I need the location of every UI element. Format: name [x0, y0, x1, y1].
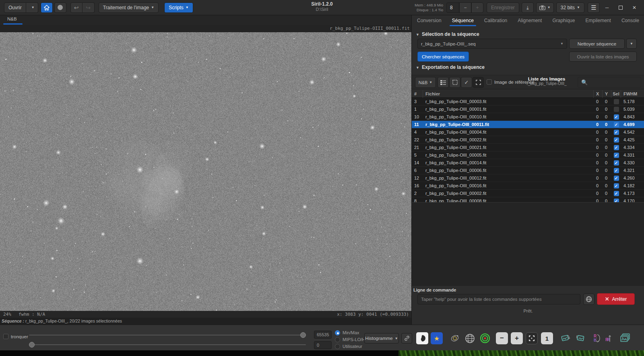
hi-value-field[interactable]: 65535 — [314, 331, 332, 339]
radio-mips[interactable]: MIPS-LO/HI — [335, 337, 366, 342]
header-sel[interactable]: Sel — [611, 90, 621, 98]
table-row[interactable]: 1r_bkg_pp_Tulipe-OIII_00001.fit005.039 — [412, 106, 644, 113]
tab-graph[interactable]: Graphique — [551, 17, 576, 25]
open-image-list-button[interactable]: Ouvrir la liste des images — [569, 52, 637, 62]
tab-conversion[interactable]: Conversion — [416, 17, 442, 25]
header-fwhm[interactable]: FWHM — [621, 90, 644, 98]
photometry-button[interactable] — [479, 332, 491, 344]
zoom-out-button[interactable]: − — [496, 332, 508, 344]
table-row[interactable]: 3r_bkg_pp_Tulipe-OIII_00003.fit005.178 — [412, 98, 644, 106]
image-index-spinner[interactable]: 8 — [446, 2, 459, 13]
redo-button[interactable]: ↪ — [83, 2, 95, 13]
lo-cutoff-slider[interactable] — [29, 342, 306, 348]
table-row[interactable]: 10r_bkg_pp_Tulipe-OIII_00010.fit00✓4.843 — [412, 113, 644, 121]
row-select-checkbox[interactable]: ✓ — [611, 176, 621, 181]
tab-sequence[interactable]: Séquence — [451, 17, 475, 25]
row-select-checkbox[interactable]: ✓ — [611, 153, 621, 158]
lo-value-field[interactable]: 0 — [314, 341, 332, 349]
list-view-button[interactable] — [438, 77, 449, 88]
select-all-button[interactable]: ✓ — [461, 77, 472, 88]
table-row[interactable]: 21r_bkg_pp_Tulipe-OIII_00021.fit00✓4.334 — [412, 144, 644, 151]
command-help-button[interactable] — [583, 294, 594, 305]
row-select-checkbox[interactable]: ✓ — [611, 130, 621, 135]
table-row[interactable]: 6r_bkg_pp_Tulipe-OIII_00006.fit00✓4.321 — [412, 167, 644, 174]
header-y[interactable]: Y — [603, 90, 611, 98]
bit-depth-selector[interactable]: 32 bits▼ — [556, 2, 584, 13]
tab-console[interactable]: Console — [621, 17, 640, 25]
tab-alignment[interactable]: Alignement — [517, 17, 543, 25]
annotations-button[interactable]: ★ — [431, 332, 443, 344]
command-input[interactable] — [417, 294, 580, 304]
table-row[interactable]: 4r_bkg_pp_Tulipe-OIII_00004.fit00✓4.542 — [412, 128, 644, 136]
tab-stacking[interactable]: Empilement — [584, 17, 611, 25]
object-annotations-button[interactable] — [449, 332, 461, 344]
table-row[interactable]: 8r_bkg_pp_Tulipe-OIII_00008.fit00✓4.170 — [412, 197, 644, 202]
row-select-checkbox[interactable]: ✓ — [611, 168, 621, 173]
truncate-checkbox[interactable]: tronquer — [3, 334, 28, 339]
negative-view-button[interactable] — [416, 332, 428, 344]
record-button[interactable] — [54, 2, 66, 13]
sequence-selection-expander[interactable]: ▼Sélection de la séquence — [416, 31, 479, 37]
table-row[interactable]: 5r_bkg_pp_Tulipe-OIII_00005.fit00✓4.331 — [412, 151, 644, 159]
search-input[interactable]: 🔍 — [578, 77, 641, 88]
spinner-decrement-button[interactable]: − — [459, 2, 471, 13]
scripts-menu-button[interactable]: Scripts▼ — [164, 2, 193, 13]
row-select-checkbox[interactable]: ✓ — [611, 122, 621, 127]
open-button[interactable]: Ouvrir — [4, 2, 26, 13]
select-area-button[interactable] — [449, 77, 460, 88]
flip-horizontal-button[interactable]: RR — [604, 332, 616, 344]
row-select-checkbox[interactable] — [611, 107, 621, 112]
close-button[interactable]: ✕ — [628, 2, 641, 13]
row-select-checkbox[interactable]: ✓ — [611, 160, 621, 166]
search-sequences-button[interactable]: Chercher séquences — [417, 52, 469, 62]
row-select-checkbox[interactable]: ✓ — [611, 199, 621, 203]
row-select-checkbox[interactable]: ✓ — [611, 145, 621, 150]
wcs-grid-button[interactable] — [464, 332, 476, 344]
row-select-checkbox[interactable] — [611, 99, 621, 104]
clean-sequence-button[interactable]: Nettoyer séquence — [569, 39, 625, 49]
radio-minmax[interactable]: Min/Max — [335, 330, 359, 335]
slider-handle[interactable] — [300, 332, 306, 338]
display-mode-selector[interactable]: Histogramme ▼ — [364, 333, 399, 344]
sequence-combobox[interactable]: r_bkg_pp_Tulipe-OIII_.seq ▼ — [417, 39, 567, 49]
hi-cutoff-slider[interactable] — [29, 332, 306, 338]
zoom-one-to-one-button[interactable]: 1 — [541, 332, 553, 344]
row-select-checkbox[interactable]: ✓ — [611, 114, 621, 120]
undo-button[interactable]: ↩ — [70, 2, 83, 13]
zoom-in-button[interactable]: + — [511, 332, 523, 344]
minimize-button[interactable]: ─ — [601, 2, 613, 13]
radio-user[interactable]: Utilisateur — [335, 344, 362, 349]
spinner-increment-button[interactable]: + — [471, 2, 483, 13]
header-x[interactable]: X — [594, 90, 603, 98]
table-row[interactable]: 12r_bkg_pp_Tulipe-OIII_00012.fit00✓4.260 — [412, 174, 644, 182]
row-select-checkbox[interactable]: ✓ — [611, 191, 621, 196]
table-row[interactable]: 16r_bkg_pp_Tulipe-OIII_00016.fit00✓4.182 — [412, 182, 644, 190]
image-processing-menu-button[interactable]: Traitement de l'image▼ — [99, 2, 159, 13]
row-select-checkbox[interactable]: ✓ — [611, 183, 621, 188]
save-button[interactable]: Enregistrer — [487, 2, 519, 13]
home-button[interactable] — [41, 2, 53, 13]
header-index[interactable]: # — [412, 90, 423, 98]
open-dropdown-button[interactable]: ▼ — [26, 2, 38, 13]
link-channels-button[interactable] — [401, 333, 412, 344]
save-as-button[interactable]: ⤓ — [522, 2, 534, 13]
maximize-button[interactable] — [614, 2, 627, 13]
tab-nb[interactable]: N&B — [4, 17, 20, 21]
hamburger-menu-button[interactable]: ☰ — [588, 2, 600, 13]
channel-selector[interactable]: N&B ▼ — [415, 77, 436, 88]
mirror-x-button[interactable] — [559, 332, 572, 344]
slider-handle[interactable] — [29, 342, 35, 348]
table-row[interactable]: 14r_bkg_pp_Tulipe-OIII_00014.fit00✓4.330 — [412, 159, 644, 167]
tab-calibration[interactable]: Calibration — [483, 17, 508, 25]
stop-button[interactable]: ✕ Arrêter — [597, 293, 635, 305]
image-viewport[interactable] — [0, 32, 411, 311]
image-stack-button[interactable] — [619, 332, 631, 344]
table-row[interactable]: 22r_bkg_pp_Tulipe-OIII_00022.fit00✓4.425 — [412, 136, 644, 144]
sequence-export-expander[interactable]: ▼Exportation de la séquence — [416, 64, 485, 70]
table-row[interactable]: 2r_bkg_pp_Tulipe-OIII_00002.fit00✓4.173 — [412, 190, 644, 197]
table-row[interactable]: 11r_bkg_pp_Tulipe-OIII_00011.fit00✓4.699 — [412, 121, 644, 128]
row-select-checkbox[interactable]: ✓ — [611, 137, 621, 143]
frame-selection-button[interactable] — [473, 77, 484, 88]
flip-vertical-button[interactable]: RR — [590, 332, 602, 344]
fit-to-window-button[interactable] — [526, 332, 538, 344]
